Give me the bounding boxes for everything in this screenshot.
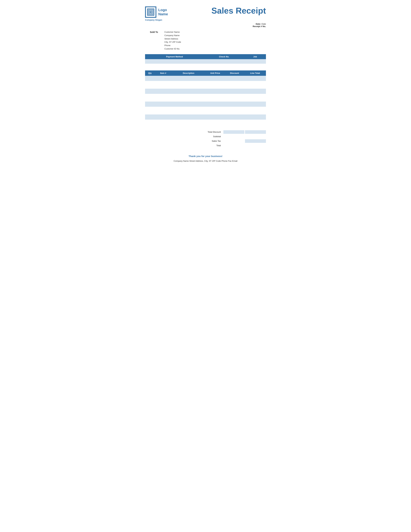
item-spacer-cell <box>155 126 172 127</box>
item-cell <box>155 82 172 87</box>
subtotal-value <box>245 135 266 138</box>
total-label: Total <box>202 144 223 147</box>
item-cell <box>145 114 155 120</box>
totals-section: Total Discount Subtotal Sales Tax Total <box>145 130 266 148</box>
payment-method-cell <box>145 59 204 64</box>
item-cell <box>172 89 206 94</box>
job-header: Job <box>244 54 266 59</box>
item-spacer-cell <box>172 107 206 108</box>
item-cell <box>155 121 172 126</box>
sales-tax-row: Sales Tax <box>198 139 266 143</box>
item-cell <box>244 76 266 81</box>
company-name: Company Name <box>164 34 181 37</box>
city-state-zip: City, ST ZIP Code <box>164 40 181 44</box>
logo-icon <box>145 6 156 18</box>
item-cell <box>206 102 225 107</box>
item-cell <box>206 121 225 126</box>
item-spacer-cell <box>172 126 206 127</box>
item-cell <box>244 89 266 94</box>
date-label: Date: <box>256 23 261 25</box>
item-spacer-cell <box>155 87 172 89</box>
discount-header: Discount <box>225 70 244 76</box>
item-cell <box>172 76 206 81</box>
thank-you-message: Thank you for your business! <box>145 155 266 158</box>
item-cell <box>172 108 206 113</box>
item-cell <box>225 76 244 81</box>
item-spacer-cell <box>225 126 244 127</box>
check-no-header: Check No. <box>204 54 244 59</box>
item-spacer-cell <box>145 126 155 127</box>
item-spacer-cell <box>206 113 225 114</box>
item-spacer-cell <box>145 107 155 108</box>
customer-name: Customer Name <box>164 30 181 34</box>
item-spacer-cell <box>225 100 244 102</box>
item-cell <box>145 89 155 94</box>
item-spacer-cell <box>206 100 225 102</box>
item-cell <box>225 121 244 126</box>
item-cell <box>225 108 244 113</box>
item-spacer-cell <box>206 120 225 121</box>
item-spacer-cell <box>244 81 266 82</box>
item-spacer-cell <box>172 113 206 114</box>
item-spacer-cell <box>155 120 172 121</box>
item-cell <box>206 108 225 113</box>
item-spacer-cell <box>145 94 155 95</box>
item-cell <box>145 121 155 126</box>
item-spacer-cell <box>155 107 172 108</box>
item-spacer-cell <box>172 94 206 95</box>
item-spacer-cell <box>225 113 244 114</box>
item-number-header: Item # <box>155 70 172 76</box>
item-cell <box>145 82 155 87</box>
item-spacer-cell <box>172 87 206 89</box>
item-cell <box>172 82 206 87</box>
item-cell <box>225 114 244 120</box>
item-cell <box>244 121 266 126</box>
item-cell <box>225 82 244 87</box>
line-total-header: Line Total <box>244 70 266 76</box>
item-cell <box>244 114 266 120</box>
footer-info: Company Name Street Address, City, ST ZI… <box>145 160 266 162</box>
item-spacer-cell <box>155 94 172 95</box>
total-discount-row: Total Discount <box>198 130 266 134</box>
item-spacer-cell <box>225 107 244 108</box>
item-spacer-cell <box>244 94 266 95</box>
item-cell <box>145 102 155 107</box>
item-spacer-cell <box>225 87 244 89</box>
total-discount-label: Total Discount <box>202 131 223 133</box>
customer-id: Customer ID No. <box>164 47 181 51</box>
subtotal-row: Subtotal <box>198 135 266 138</box>
item-cell <box>155 76 172 81</box>
item-cell <box>244 108 266 113</box>
item-cell <box>206 114 225 120</box>
item-cell <box>244 82 266 87</box>
item-cell <box>225 95 244 100</box>
item-spacer-cell <box>145 81 155 82</box>
sales-tax-label: Sales Tax <box>202 140 223 142</box>
job-cell <box>244 59 266 64</box>
item-spacer-cell <box>206 94 225 95</box>
item-cell <box>145 95 155 100</box>
item-spacer-cell <box>155 81 172 82</box>
item-cell <box>244 102 266 107</box>
item-cell <box>225 102 244 107</box>
item-cell <box>244 95 266 100</box>
date-receipt-area: Date: Date Receipt # No. <box>145 23 266 28</box>
item-spacer-cell <box>225 94 244 95</box>
item-cell <box>155 102 172 107</box>
street-address: Street Address <box>164 37 181 41</box>
item-spacer-cell <box>145 120 155 121</box>
item-spacer-cell <box>155 100 172 102</box>
receipt-number: Receipt # No. <box>145 25 266 28</box>
sales-tax-spacer <box>223 139 244 143</box>
item-cell <box>155 95 172 100</box>
svg-rect-3 <box>150 11 151 13</box>
qty-header: Qty <box>145 70 155 76</box>
logo-name: Logo Name <box>158 8 168 17</box>
total-value <box>245 144 266 147</box>
total-spacer <box>223 144 244 147</box>
item-spacer-cell <box>225 120 244 121</box>
item-spacer-cell <box>145 100 155 102</box>
item-spacer-cell <box>206 126 225 127</box>
sold-to-details: Customer Name Company Name Street Addres… <box>164 30 181 51</box>
date-value: Date <box>262 23 266 25</box>
